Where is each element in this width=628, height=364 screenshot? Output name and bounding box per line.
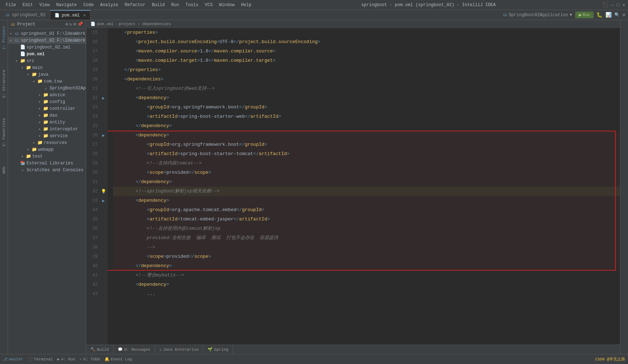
- gear-icon[interactable]: ⚙: [65, 22, 68, 27]
- structure-tab-label[interactable]: 2: Structure: [1, 67, 7, 101]
- tree-item[interactable]: ▾📁interceptor: [8, 126, 86, 132]
- tree-item[interactable]: ▾📁dao: [8, 112, 86, 119]
- bottom-tab-icon: ⬛: [28, 357, 33, 361]
- run-button[interactable]: ▶ Run: [575, 11, 594, 18]
- tree-arrow-icon[interactable]: ▾: [31, 79, 37, 84]
- tree-item[interactable]: 📄springboot_02.iml: [8, 44, 86, 51]
- web-tab-label[interactable]: Web: [1, 164, 7, 177]
- tree-arrow-icon[interactable]: ▾: [37, 127, 42, 131]
- bottom-tab-label: 6: TODO: [83, 357, 100, 361]
- tree-item[interactable]: ▾📁test: [8, 153, 86, 160]
- tree-item[interactable]: ▾📁entity: [8, 119, 86, 126]
- bottom-status-tab[interactable]: ▶4: Run: [57, 357, 75, 361]
- tree-item[interactable]: ☕SpringBoot02Applica...: [8, 85, 86, 92]
- tree-item-label: test: [32, 154, 43, 159]
- dropdown-arrow-icon[interactable]: ▼: [569, 13, 572, 18]
- bottom-status-tab[interactable]: ✓6: TODO: [80, 357, 100, 361]
- tree-item[interactable]: ▾📁main: [8, 64, 86, 71]
- tree-item-label: webapp: [37, 147, 54, 152]
- tree-arrow-icon[interactable]: ▾: [25, 73, 31, 77]
- tree-arrow-icon[interactable]: ▾: [8, 32, 14, 36]
- tree-item[interactable]: ▾📁resources: [8, 139, 86, 146]
- tree-arrow-icon[interactable]: ▾: [8, 38, 14, 43]
- title-bar-controls: ⬛ — □ ✕: [603, 2, 625, 8]
- menu-item-build[interactable]: Build: [149, 2, 168, 8]
- tree-arrow-icon[interactable]: ▾: [25, 148, 31, 152]
- menu-item-refactor[interactable]: Refactor: [122, 2, 148, 8]
- menu-item-tools[interactable]: Tools: [183, 2, 201, 8]
- tree-item[interactable]: ▾📁webapp: [8, 146, 86, 153]
- menu-item-window[interactable]: Window: [216, 2, 237, 8]
- menu-item-analyze[interactable]: Analyze: [97, 2, 121, 8]
- menu-bar[interactable]: FileEditViewNavigateCodeAnalyzeRefactorB…: [3, 2, 254, 8]
- tree-node-icon: 📁: [42, 126, 49, 132]
- tree-item[interactable]: ▾🗂springboot_02 F:\IdeaWork\springb...: [8, 37, 86, 44]
- menu-item-view[interactable]: View: [37, 2, 53, 8]
- tree-item[interactable]: ✏Scratches and Consoles: [8, 167, 86, 173]
- settings-icon[interactable]: ⚙: [623, 12, 625, 18]
- tree-arrow-icon[interactable]: ▾: [37, 107, 42, 111]
- code-container[interactable]: 1516171819202122▶23242526▶272829303132💡3…: [86, 28, 620, 345]
- bottom-tab-label: 4: Run: [61, 357, 75, 361]
- event-log[interactable]: 🔔 Event Log: [104, 357, 132, 361]
- tree-item[interactable]: 📄pom.xml: [8, 51, 86, 57]
- tree-arrow-icon[interactable]: ▾: [37, 113, 42, 118]
- search-everywhere-icon[interactable]: 🔍: [614, 12, 620, 18]
- run-gutter-icon[interactable]: ▶: [102, 95, 104, 101]
- tree-arrow-icon[interactable]: ▾: [19, 66, 25, 70]
- tab-pomxml[interactable]: 📄 pom.xml ✕: [50, 10, 90, 20]
- tree-arrow-icon[interactable]: ▾: [31, 141, 37, 145]
- tree-item[interactable]: ▾🗂springboot_01 F:\IdeaWork\springb...: [8, 30, 86, 37]
- tree-item[interactable]: ▾📁service: [8, 132, 86, 139]
- run-configuration[interactable]: 🗂 SpringBoot02Application ▼: [503, 12, 572, 18]
- tab-label: Spring: [214, 347, 228, 352]
- menu-item-run[interactable]: Run: [168, 2, 182, 8]
- tree-item[interactable]: ▾📁controller: [8, 105, 86, 112]
- tree-item[interactable]: 📚External Libraries: [8, 160, 86, 167]
- menu-item-file[interactable]: File: [3, 2, 19, 8]
- tab-springboot02[interactable]: 🗂 springboot_02: [1, 10, 50, 20]
- tree-item[interactable]: ▾📁config: [8, 98, 86, 105]
- tree-item-label: java: [37, 72, 48, 77]
- csdn-label: CSDN @学无止路: [595, 357, 625, 361]
- menu-item-navigate[interactable]: Navigate: [53, 2, 80, 8]
- tree-node-icon: 📁: [19, 58, 26, 64]
- menu-item-edit[interactable]: Edit: [20, 2, 36, 8]
- line-number: 29: [86, 161, 100, 166]
- tree-item-label: service: [49, 134, 68, 139]
- run-gutter-icon[interactable]: ▶: [102, 198, 104, 204]
- tree-item[interactable]: ▾📁com.txw: [8, 78, 86, 85]
- close-icon[interactable]: ✕: [83, 13, 86, 18]
- menu-item-help[interactable]: Help: [238, 2, 254, 8]
- run-gutter-icon[interactable]: ▶: [102, 133, 104, 138]
- menu-item-vcs[interactable]: VCS: [202, 2, 216, 8]
- code-line: <dependency>: [113, 131, 620, 140]
- tab-bar-actions: 🗂 SpringBoot02Application ▼ ▶ Run 🐛 📊 🔍 …: [503, 10, 628, 20]
- tree-item[interactable]: ▾📁advice: [8, 92, 86, 98]
- tree-item[interactable]: ▾📁src: [8, 57, 86, 64]
- pin-icon[interactable]: 📌: [78, 22, 83, 27]
- tree-arrow-icon[interactable]: ▾: [37, 93, 42, 97]
- tree-item[interactable]: ▾📁java: [8, 71, 86, 78]
- collapse-icon[interactable]: ⊟: [74, 22, 76, 27]
- tree-node-icon: 📁: [31, 147, 37, 152]
- project-tab-label[interactable]: 1: Project: [1, 23, 7, 52]
- menu-item-code[interactable]: Code: [80, 2, 97, 8]
- bottom-status-tab[interactable]: ⬛Terminal: [28, 357, 53, 361]
- code-content[interactable]: <properties> <project.build.sourceEncodi…: [107, 28, 620, 345]
- tree-arrow-icon[interactable]: ▾: [37, 134, 42, 138]
- tree-arrow-icon[interactable]: ▾: [37, 100, 42, 104]
- tree-arrow-icon[interactable]: ▾: [37, 120, 42, 125]
- build-tab[interactable]: 🔨Build: [86, 345, 113, 354]
- line-number: 18: [86, 58, 100, 63]
- tree-arrow-icon[interactable]: ▾: [19, 154, 25, 159]
- git-status[interactable]: ⎇ master: [3, 357, 23, 361]
- tree-arrow-icon[interactable]: ▾: [14, 59, 19, 63]
- debug-button[interactable]: 🐛: [596, 12, 603, 18]
- build-tab[interactable]: ☕Java Enterprise: [155, 345, 204, 354]
- favorites-tab-label[interactable]: 2: Favorites: [1, 115, 7, 149]
- sync-icon[interactable]: ↻: [70, 22, 72, 27]
- build-tab[interactable]: 🌱Spring: [203, 345, 233, 354]
- build-tab[interactable]: 💬0: Messages: [113, 345, 155, 354]
- profile-button[interactable]: 📊: [605, 12, 611, 18]
